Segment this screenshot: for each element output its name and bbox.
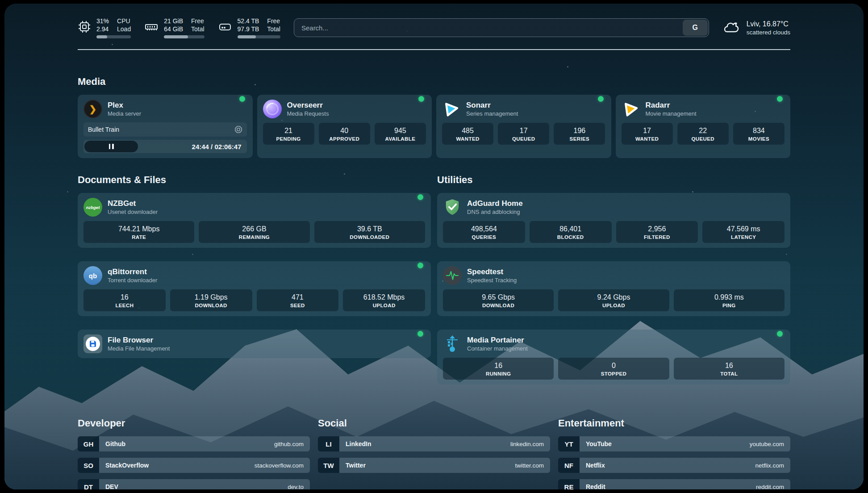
cpu-percent: 31%	[96, 17, 109, 25]
bookmark-name: LinkedIn	[346, 440, 371, 447]
bookmark-abbr: DT	[78, 479, 99, 489]
service-title: Speedtest	[467, 267, 517, 276]
bookmark-name: YouTube	[586, 440, 612, 447]
status-dot	[417, 331, 423, 337]
stat-blocked: 86,401BLOCKED	[530, 221, 612, 243]
stat-queries: 498,564QUERIES	[443, 221, 525, 243]
section-utilities: Utilities AdGu	[437, 174, 790, 384]
bookmark-stackoverflow[interactable]: SO StackOverflowstackoverflow.com	[78, 458, 310, 473]
service-title: Radarr	[646, 100, 697, 110]
playback-time: 24:44 / 02:06:47	[192, 143, 246, 150]
top-bar: 31%2.94 CPULoad 21 GiB64 GiB Fre	[78, 4, 790, 50]
now-playing-row: Bullet Train	[83, 122, 247, 137]
cpu-load-label: Load	[117, 25, 131, 33]
cpu-stat-group: 31%2.94 CPULoad	[78, 17, 131, 38]
stat-ping: 0.993 msPING	[674, 289, 785, 311]
section-title-documents: Documents & Files	[78, 174, 431, 186]
stat-pending: 21PENDING	[263, 123, 314, 145]
bookmark-abbr: GH	[78, 436, 99, 451]
section-title-social: Social	[318, 418, 550, 429]
pause-button[interactable]	[84, 141, 138, 152]
bookmark-linkedin[interactable]: LI LinkedInlinkedin.com	[318, 436, 550, 451]
bookmark-name: Netflix	[586, 462, 605, 469]
service-subtitle: Movie management	[646, 110, 697, 117]
plex-icon: ❯	[83, 100, 102, 118]
service-title: AdGuard Home	[467, 199, 523, 208]
qbittorrent-icon: qb	[83, 266, 102, 285]
stat-queued: 17QUEUED	[498, 123, 549, 145]
memory-free: 21 GiB	[164, 17, 183, 25]
bookmark-group-social: Social LI LinkedInlinkedin.com TW Twitte…	[318, 418, 550, 489]
section-media: Media ❯ Plex Media server Bullet Train	[78, 76, 790, 158]
bookmark-name: Twitter	[346, 462, 366, 469]
service-card-qbittorrent[interactable]: qb qBittorrent Torrent downloader 16LEEC…	[78, 261, 431, 316]
disk-progress-bar	[238, 35, 280, 38]
stat-series: 196SERIES	[554, 123, 605, 145]
bookmark-name: DEV	[105, 483, 118, 489]
player-progress-row: 24:44 / 02:06:47	[83, 140, 247, 153]
search-engine-button[interactable]: G	[683, 20, 708, 36]
service-card-radarr[interactable]: Radarr Movie management 17WANTED 22QUEUE…	[616, 95, 791, 158]
bookmark-name: Github	[105, 440, 125, 447]
search-bar: G	[294, 18, 709, 37]
stat-queued: 22QUEUED	[677, 123, 729, 145]
service-card-speedtest[interactable]: Speedtest Speedtest Tracking 9.65 GbpsDO…	[437, 261, 790, 316]
cpu-load-value: 2.94	[96, 25, 109, 33]
nzbget-icon: nzbget	[83, 198, 102, 217]
bookmark-github[interactable]: GH Githubgithub.com	[78, 436, 310, 451]
service-subtitle: Series management	[466, 110, 518, 117]
section-title-utilities: Utilities	[437, 174, 790, 186]
cpu-icon	[78, 20, 91, 35]
service-subtitle: Media File Management	[108, 345, 170, 352]
search-input[interactable]	[294, 18, 709, 37]
memory-total: 64 GiB	[164, 25, 183, 33]
service-card-overseerr[interactable]: Overseerr Media Requests 21PENDING 40APP…	[257, 95, 432, 158]
bookmark-abbr: NF	[558, 458, 580, 473]
service-subtitle: DNS and adblocking	[467, 208, 523, 216]
radarr-icon	[622, 100, 640, 118]
weather-condition: scattered clouds	[747, 29, 790, 36]
bookmark-group-entertainment: Entertainment YT YouTubeyoutube.com NF N…	[558, 418, 790, 489]
adguard-icon	[443, 198, 462, 217]
weather-location-temp: Lviv, 16.87°C	[747, 20, 790, 29]
stat-latency: 47.569 msLATENCY	[702, 221, 785, 243]
disk-free-label: Free	[267, 17, 280, 25]
bookmark-url: linkedin.com	[510, 441, 544, 447]
bookmark-twitter[interactable]: TW Twittertwitter.com	[318, 458, 550, 473]
cloud-icon	[722, 19, 741, 36]
service-title: Plex	[108, 100, 141, 110]
stat-seed: 471SEED	[257, 289, 339, 311]
bookmark-abbr: YT	[558, 436, 580, 451]
bookmark-reddit[interactable]: RE Redditreddit.com	[558, 479, 790, 489]
service-card-plex[interactable]: ❯ Plex Media server Bullet Train	[78, 95, 253, 158]
gear-icon[interactable]	[234, 125, 242, 134]
bookmark-url: netflix.com	[755, 462, 784, 469]
stat-leech: 16LEECH	[83, 289, 166, 311]
service-subtitle: Speedtest Tracking	[467, 276, 517, 284]
memory-stat-group: 21 GiB64 GiB FreeTotal	[144, 17, 204, 38]
service-card-sonarr[interactable]: Sonarr Series management 485WANTED 17QUE…	[436, 95, 611, 158]
status-dot	[417, 263, 423, 268]
service-subtitle: Media Requests	[287, 110, 329, 117]
service-card-portainer[interactable]: Media Portainer Container management 16R…	[437, 330, 790, 384]
bookmark-abbr: SO	[78, 458, 99, 473]
stat-remaining: 266 GBREMAINING	[199, 221, 309, 243]
service-card-adguard[interactable]: AdGuard Home DNS and adblocking 498,564Q…	[437, 193, 790, 248]
service-title: Media Portainer	[467, 335, 528, 345]
service-title: File Browser	[108, 335, 170, 345]
portainer-icon	[443, 334, 462, 353]
bookmark-dev[interactable]: DT DEVdev.to	[78, 479, 310, 489]
stat-download: 9.65 GbpsDOWNLOAD	[443, 289, 554, 311]
bookmark-youtube[interactable]: YT YouTubeyoutube.com	[558, 436, 790, 451]
service-card-nzbget[interactable]: nzbget NZBGet Usenet downloader 744.21 M…	[78, 193, 431, 248]
service-title: Overseerr	[287, 100, 329, 110]
stat-rate: 744.21 MbpsRATE	[83, 221, 194, 243]
bookmark-netflix[interactable]: NF Netflixnetflix.com	[558, 458, 790, 473]
stat-running: 16RUNNING	[443, 358, 554, 380]
stat-download: 1.19 GbpsDOWNLOAD	[170, 289, 252, 311]
dashboard-screen: 31%2.94 CPULoad 21 GiB64 GiB Fre	[4, 4, 864, 489]
service-card-filebrowser[interactable]: File Browser Media File Management	[78, 330, 431, 358]
service-subtitle: Torrent downloader	[108, 276, 157, 284]
stat-downloaded: 39.6 TBDOWNLOADED	[314, 221, 425, 243]
section-title-media: Media	[78, 76, 790, 88]
